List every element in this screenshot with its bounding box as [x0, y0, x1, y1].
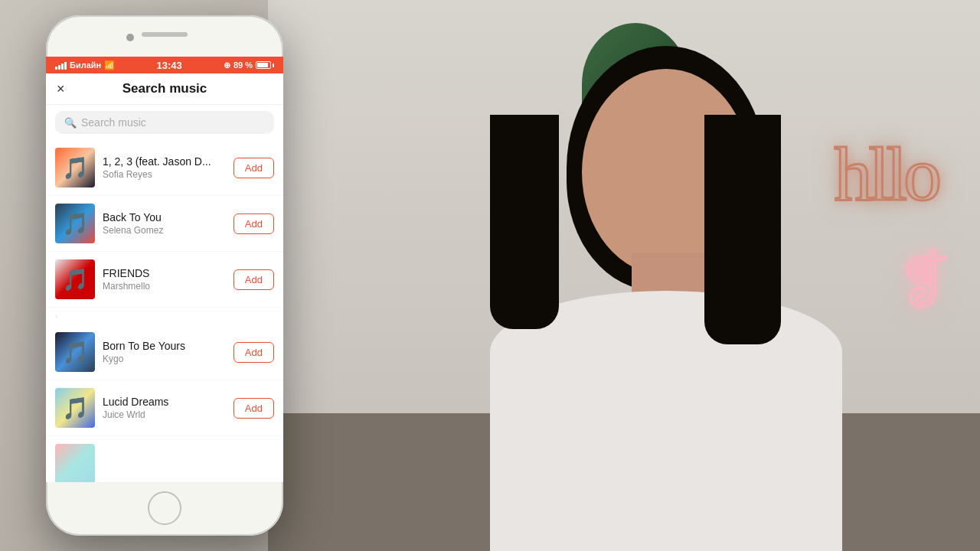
person-area [383, 0, 919, 551]
song-info-3: FRIENDS Marshmello [103, 267, 226, 292]
song-info-4: Born To Be Yours Kygo [103, 340, 226, 364]
song-item-6 [46, 436, 283, 482]
add-button-5[interactable]: Add [234, 398, 274, 419]
song-item-2: 🎵 Back To You Selena Gomez Add [46, 196, 283, 252]
add-button-4[interactable]: Add [234, 342, 274, 363]
phone: Билайн 📶 13:43 ⊕ 89 % × [46, 15, 283, 536]
location-icon: ⊕ [224, 60, 230, 70]
song-item-4: 🎵 Born To Be Yours Kygo Add [46, 324, 283, 380]
album-art-2: 🎵 [55, 204, 95, 243]
song-artist-5: Juice Wrld [103, 409, 226, 420]
search-placeholder: Search music [81, 116, 146, 129]
phone-home-button[interactable] [148, 491, 181, 525]
song-artist-2: Selena Gomez [103, 225, 226, 236]
wifi-icon: 📶 [104, 60, 115, 70]
phone-camera [126, 34, 134, 41]
battery-percent: 89 % [234, 60, 253, 70]
search-bar-container: 🔍 Search music [46, 105, 283, 140]
song-item-3: 🎵 FRIENDS Marshmello Add [46, 252, 283, 308]
search-input-wrapper[interactable]: 🔍 Search music [55, 111, 274, 134]
song-title-1: 1, 2, 3 (feat. Jason D... [103, 155, 226, 168]
song-item-5: 🎵 Lucid Dreams Juice Wrld Add [46, 380, 283, 436]
status-right: ⊕ 89 % [224, 60, 274, 70]
status-time: 13:43 [156, 60, 181, 71]
song-info-1: 1, 2, 3 (feat. Jason D... Sofia Reyes [103, 155, 226, 180]
song-title-3: FRIENDS [103, 267, 226, 279]
phone-speaker [142, 32, 188, 37]
signal-bars [55, 60, 67, 70]
add-button-2[interactable]: Add [234, 214, 274, 234]
search-icon: 🔍 [64, 117, 77, 129]
app-header: × Search music [46, 73, 283, 105]
album-art-5: 🎵 [55, 388, 95, 428]
song-item-1: 🎵 1, 2, 3 (feat. Jason D... Sofia Reyes … [46, 140, 283, 196]
status-left: Билайн 📶 [55, 60, 115, 70]
song-artist-1: Sofia Reyes [103, 169, 226, 180]
phone-screen: Билайн 📶 13:43 ⊕ 89 % × [46, 57, 283, 482]
album-art-6 [55, 444, 95, 482]
album-art-3: 🎵 [55, 259, 95, 299]
song-artist-4: Kygo [103, 354, 226, 364]
song-info-2: Back To You Selena Gomez [103, 211, 226, 236]
song-artist-3: Marshmello [103, 281, 226, 292]
add-button-3[interactable]: Add [234, 269, 274, 290]
section-divider: · [46, 308, 283, 324]
song-title-5: Lucid Dreams [103, 396, 226, 408]
battery-icon [256, 61, 274, 69]
status-bar: Билайн 📶 13:43 ⊕ 89 % [46, 57, 283, 73]
carrier-name: Билайн [70, 60, 101, 70]
music-list: 🎵 1, 2, 3 (feat. Jason D... Sofia Reyes … [46, 140, 283, 482]
album-art-4: 🎵 [55, 332, 95, 372]
song-title-2: Back To You [103, 211, 226, 223]
phone-container: Билайн 📶 13:43 ⊕ 89 % × [46, 15, 283, 536]
close-button[interactable]: × [57, 81, 65, 97]
album-art-1: 🎵 [55, 148, 95, 187]
song-info-5: Lucid Dreams Juice Wrld [103, 396, 226, 420]
app-title: Search music [122, 81, 207, 96]
add-button-1[interactable]: Add [234, 158, 274, 178]
song-title-4: Born To Be Yours [103, 340, 226, 352]
